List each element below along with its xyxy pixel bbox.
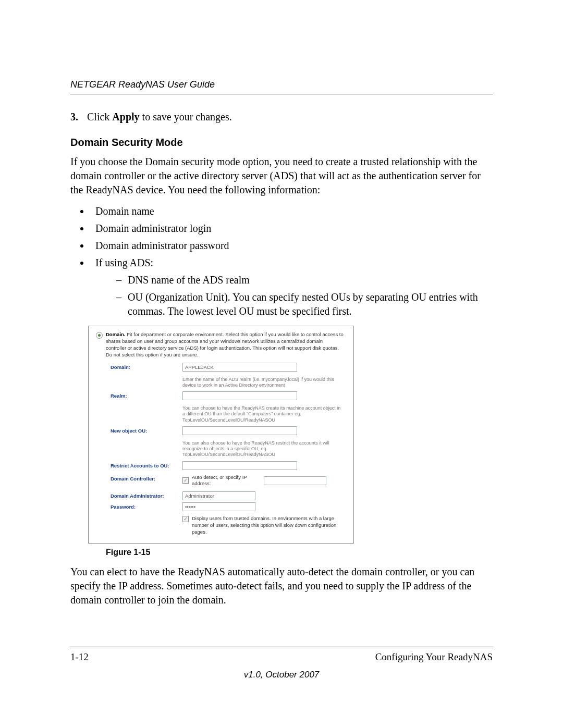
newou-label: New object OU: <box>111 426 182 435</box>
admin-input[interactable] <box>182 491 255 500</box>
step-number: 3. <box>70 110 87 124</box>
admin-label: Domain Administrator: <box>111 491 182 500</box>
dc-text: Auto detect, or specify IP address: <box>192 474 260 488</box>
figure-screenshot: Domain. Fit for department or corporate … <box>88 326 354 543</box>
section-heading: Domain Security Mode <box>70 135 493 150</box>
dc-ip-input[interactable] <box>264 476 326 485</box>
list-item: Domain administrator login <box>90 221 493 236</box>
domain-option-description: Domain. Fit for department or corporate … <box>106 331 344 358</box>
restrict-label: Restrict Accounts to OU: <box>111 461 182 470</box>
auto-detect-checkbox[interactable]: ✓ <box>182 477 189 484</box>
newou-hint: You can choose to have the ReadyNAS crea… <box>182 405 344 423</box>
footer-version: v1.0, October 2007 <box>70 669 493 681</box>
sub-list-item: OU (Organization Unit). You can specify … <box>116 290 493 318</box>
list-item: Domain name <box>90 204 493 218</box>
footer-divider <box>70 647 493 647</box>
dc-label: Domain Controller: <box>111 474 182 483</box>
domain-label: Domain: <box>111 363 182 371</box>
domain-radio[interactable] <box>96 332 103 339</box>
realm-hint: Enter the name of the ADS realm (i.e. my… <box>182 377 344 389</box>
domain-input[interactable] <box>182 363 297 372</box>
step-bold: Apply <box>112 111 139 122</box>
restrict-input[interactable] <box>182 461 297 470</box>
newou-input[interactable] <box>182 426 297 435</box>
realm-label: Realm: <box>111 391 182 400</box>
sub-list-item: DNS name of the ADS realm <box>116 273 493 287</box>
list-item-label: If using ADS: <box>95 257 153 268</box>
running-header: NETGEAR ReadyNAS User Guide <box>70 78 493 91</box>
outro-paragraph: You can elect to have the ReadyNAS autom… <box>70 565 493 607</box>
password-label: Password: <box>111 502 182 511</box>
step-text: Click Apply to save your changes. <box>87 110 232 124</box>
page-number: 1-12 <box>70 650 89 664</box>
footer-section: Configuring Your ReadyNAS <box>375 650 493 664</box>
list-item: If using ADS: DNS name of the ADS realm … <box>90 256 493 318</box>
display-users-checkbox[interactable]: ✓ <box>182 516 189 522</box>
restrict-hint: You can also choose to have the ReadyNAS… <box>182 440 344 458</box>
step-pre: Click <box>87 111 112 122</box>
requirements-list: Domain name Domain administrator login D… <box>70 204 493 318</box>
password-input[interactable] <box>182 502 255 511</box>
domain-text: Fit for department or corporate environm… <box>106 331 344 357</box>
list-item: Domain administrator password <box>90 239 493 253</box>
header-divider <box>70 94 493 94</box>
step-post: to save your changes. <box>140 111 232 122</box>
intro-paragraph: If you choose the Domain security mode o… <box>70 155 493 197</box>
figure-caption: Figure 1-15 <box>106 547 493 558</box>
step-3: 3. Click Apply to save your changes. <box>70 110 493 124</box>
domain-bold: Domain. <box>106 331 125 337</box>
display-users-text: Display users from trusted domains. In e… <box>192 515 344 535</box>
realm-input[interactable] <box>182 391 297 400</box>
